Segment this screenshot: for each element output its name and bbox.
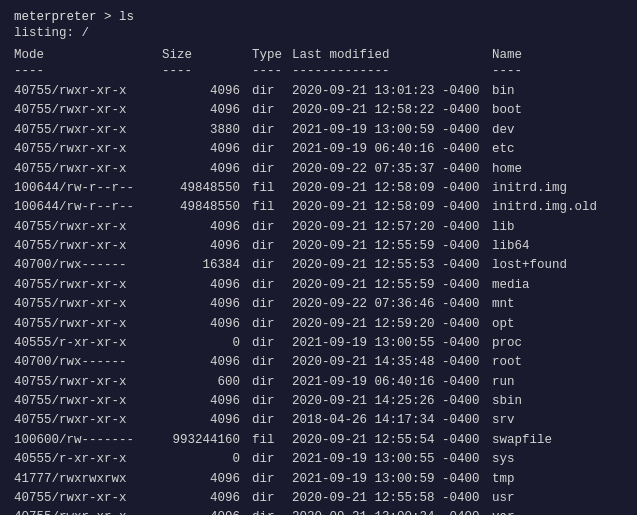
header-mode: Mode: [14, 48, 162, 62]
table-row: 40755/rwxr-xr-x4096dir2020-09-21 12:59:2…: [14, 315, 623, 334]
cell-date: 2020-09-21 12:55:54 -0400: [292, 431, 492, 450]
table-body: 40755/rwxr-xr-x4096dir2020-09-21 13:01:2…: [14, 82, 623, 515]
cell-size: 600: [162, 373, 252, 392]
divider-name: ----: [492, 64, 623, 78]
cell-mode: 40755/rwxr-xr-x: [14, 140, 162, 159]
listing-line: listing: /: [14, 26, 623, 40]
cell-mode: 40700/rwx------: [14, 256, 162, 275]
cell-type: fil: [252, 198, 292, 217]
table-header: Mode Size Type Last modified Name: [14, 48, 623, 62]
cell-size: 0: [162, 450, 252, 469]
cell-mode: 40755/rwxr-xr-x: [14, 276, 162, 295]
cell-size: 4096: [162, 276, 252, 295]
cell-type: fil: [252, 179, 292, 198]
cell-name: opt: [492, 315, 623, 334]
table-row: 100644/rw-r--r--49848550fil2020-09-21 12…: [14, 198, 623, 217]
cell-date: 2020-09-21 14:25:26 -0400: [292, 392, 492, 411]
cell-name: proc: [492, 334, 623, 353]
table-row: 100644/rw-r--r--49848550fil2020-09-21 12…: [14, 179, 623, 198]
cell-type: dir: [252, 121, 292, 140]
cell-size: 4096: [162, 218, 252, 237]
cell-type: dir: [252, 508, 292, 515]
cell-date: 2018-04-26 14:17:34 -0400: [292, 411, 492, 430]
cell-name: media: [492, 276, 623, 295]
cell-name: initrd.img: [492, 179, 623, 198]
cell-mode: 40755/rwxr-xr-x: [14, 101, 162, 120]
header-type: Type: [252, 48, 292, 62]
cell-date: 2021-09-19 13:00:55 -0400: [292, 450, 492, 469]
divider-date: -------------: [292, 64, 492, 78]
cell-name: sys: [492, 450, 623, 469]
table-row: 100600/rw-------993244160fil2020-09-21 1…: [14, 431, 623, 450]
cell-size: 4096: [162, 160, 252, 179]
cell-type: dir: [252, 470, 292, 489]
cell-mode: 40755/rwxr-xr-x: [14, 82, 162, 101]
table-row: 40755/rwxr-xr-x4096dir2020-09-21 12:55:5…: [14, 276, 623, 295]
cell-date: 2021-09-19 13:00:55 -0400: [292, 334, 492, 353]
cell-date: 2020-09-21 12:58:09 -0400: [292, 198, 492, 217]
prompt-line: meterpreter > ls: [14, 10, 623, 24]
cell-name: root: [492, 353, 623, 372]
cell-type: dir: [252, 140, 292, 159]
cell-name: lib: [492, 218, 623, 237]
cell-type: dir: [252, 353, 292, 372]
cell-date: 2020-09-21 12:55:53 -0400: [292, 256, 492, 275]
table-row: 40755/rwxr-xr-x4096dir2020-09-21 13:01:2…: [14, 82, 623, 101]
cell-type: dir: [252, 160, 292, 179]
table-row: 40755/rwxr-xr-x4096dir2018-04-26 14:17:3…: [14, 411, 623, 430]
cell-size: 4096: [162, 82, 252, 101]
table-row: 40555/r-xr-xr-x0dir2021-09-19 13:00:55 -…: [14, 334, 623, 353]
cell-name: initrd.img.old: [492, 198, 623, 217]
terminal: meterpreter > ls listing: / Mode Size Ty…: [14, 10, 623, 515]
cell-size: 4096: [162, 101, 252, 120]
cell-mode: 100644/rw-r--r--: [14, 179, 162, 198]
cell-mode: 40755/rwxr-xr-x: [14, 121, 162, 140]
cell-date: 2020-09-22 07:36:46 -0400: [292, 295, 492, 314]
table-row: 40755/rwxr-xr-x4096dir2020-09-21 13:00:2…: [14, 508, 623, 515]
cell-date: 2021-09-19 13:00:59 -0400: [292, 470, 492, 489]
cell-mode: 40755/rwxr-xr-x: [14, 411, 162, 430]
cell-size: 4096: [162, 392, 252, 411]
cell-name: boot: [492, 101, 623, 120]
divider-size: ----: [162, 64, 252, 78]
cell-type: dir: [252, 450, 292, 469]
cell-type: dir: [252, 392, 292, 411]
cell-mode: 40755/rwxr-xr-x: [14, 160, 162, 179]
cell-type: dir: [252, 373, 292, 392]
cell-date: 2020-09-21 13:00:24 -0400: [292, 508, 492, 515]
table-row: 40755/rwxr-xr-x4096dir2020-09-22 07:35:3…: [14, 160, 623, 179]
cell-date: 2020-09-21 12:58:22 -0400: [292, 101, 492, 120]
cell-type: dir: [252, 315, 292, 334]
cell-size: 16384: [162, 256, 252, 275]
cell-mode: 41777/rwxrwxrwx: [14, 470, 162, 489]
cell-size: 49848550: [162, 179, 252, 198]
cell-type: dir: [252, 276, 292, 295]
cell-mode: 40755/rwxr-xr-x: [14, 508, 162, 515]
cell-type: dir: [252, 101, 292, 120]
cell-size: 0: [162, 334, 252, 353]
cell-name: run: [492, 373, 623, 392]
cell-name: bin: [492, 82, 623, 101]
cell-mode: 40755/rwxr-xr-x: [14, 315, 162, 334]
cell-name: srv: [492, 411, 623, 430]
cell-size: 4096: [162, 140, 252, 159]
cell-name: home: [492, 160, 623, 179]
cell-mode: 40700/rwx------: [14, 353, 162, 372]
table-row: 40755/rwxr-xr-x4096dir2020-09-21 12:58:2…: [14, 101, 623, 120]
cell-name: var: [492, 508, 623, 515]
cell-size: 3880: [162, 121, 252, 140]
cell-type: dir: [252, 237, 292, 256]
cell-size: 4096: [162, 315, 252, 334]
cell-name: etc: [492, 140, 623, 159]
cell-date: 2020-09-21 12:57:20 -0400: [292, 218, 492, 237]
cell-type: dir: [252, 256, 292, 275]
cell-type: dir: [252, 218, 292, 237]
cell-size: 4096: [162, 470, 252, 489]
cell-name: dev: [492, 121, 623, 140]
cell-name: lost+found: [492, 256, 623, 275]
cell-mode: 40755/rwxr-xr-x: [14, 295, 162, 314]
cell-mode: 100600/rw-------: [14, 431, 162, 450]
cell-name: swapfile: [492, 431, 623, 450]
cell-type: dir: [252, 489, 292, 508]
cell-date: 2020-09-22 07:35:37 -0400: [292, 160, 492, 179]
